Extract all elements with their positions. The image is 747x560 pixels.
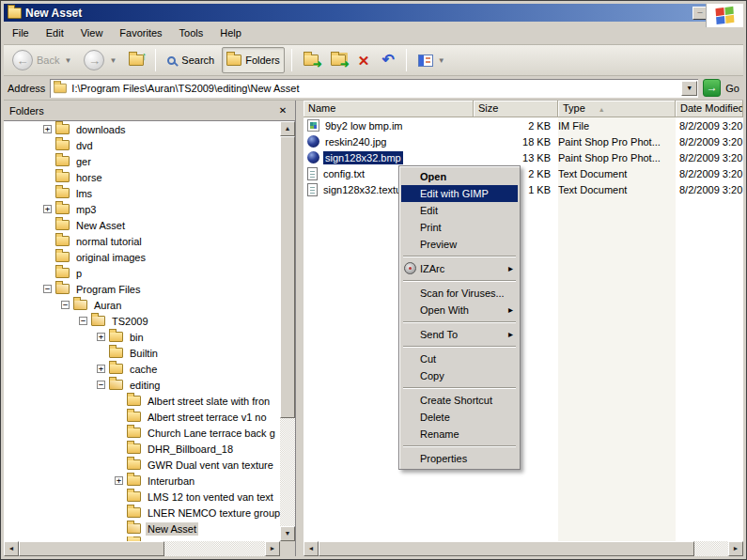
- delete-button[interactable]: ✕: [353, 47, 375, 73]
- context-menu-item[interactable]: Copy: [401, 367, 518, 384]
- tree-expander-icon[interactable]: −: [43, 285, 52, 293]
- context-menu-item[interactable]: Properties: [401, 450, 518, 467]
- tree-item[interactable]: GWR Dual vent van texture: [4, 457, 280, 473]
- tree-item[interactable]: + downloads: [4, 121, 280, 137]
- address-dropdown-icon[interactable]: ▼: [681, 81, 697, 96]
- context-menu-item[interactable]: Edit with GIMP: [401, 185, 518, 202]
- scroll-left-icon[interactable]: ◄: [4, 541, 19, 556]
- tree-item[interactable]: Church Lane terrace back g: [4, 425, 280, 441]
- context-menu-item[interactable]: [403, 321, 516, 323]
- menu-bar-item[interactable]: Tools: [171, 24, 212, 41]
- context-menu-item[interactable]: [403, 280, 516, 282]
- tree-item[interactable]: − TS2009: [4, 313, 280, 329]
- go-icon[interactable]: →: [703, 79, 721, 97]
- context-menu-item[interactable]: Edit: [401, 202, 518, 219]
- tree-expander-icon[interactable]: −: [79, 317, 87, 325]
- tree-expander-icon[interactable]: −: [97, 381, 105, 389]
- tree-item[interactable]: − editing: [4, 377, 280, 393]
- tree-item[interactable]: + cache: [4, 361, 280, 377]
- tree-expander-icon[interactable]: −: [61, 301, 70, 309]
- table-row[interactable]: reskin240.jpg 18 KB Paint Shop Pro Phot.…: [303, 133, 743, 149]
- tree-expander-icon[interactable]: +: [115, 476, 123, 485]
- scroll-up-icon[interactable]: ▲: [280, 121, 295, 136]
- table-row[interactable]: sign128x32.textu 1 KB Text Document 8/2/…: [303, 181, 743, 197]
- tree-item[interactable]: Albert street terrace v1 no: [4, 409, 280, 425]
- context-menu-item[interactable]: IZArc: [401, 260, 518, 277]
- tree-item[interactable]: − Program Files: [4, 281, 280, 297]
- search-button[interactable]: Search: [163, 47, 219, 73]
- undo-button[interactable]: ↶: [377, 47, 398, 73]
- context-menu-item[interactable]: Delete: [401, 409, 518, 426]
- tree-item[interactable]: ger: [4, 153, 280, 169]
- column-header[interactable]: Size: [474, 101, 558, 117]
- context-menu-item[interactable]: [403, 445, 516, 447]
- tree-item[interactable]: LNER NEMCO texture group: [4, 505, 280, 521]
- views-dropdown-icon[interactable]: ▼: [438, 56, 445, 65]
- move-to-button[interactable]: ➜: [299, 47, 323, 73]
- views-button[interactable]: ▼: [413, 47, 450, 73]
- tree-item[interactable]: original images: [4, 249, 280, 265]
- context-menu-item[interactable]: Create Shortcut: [401, 392, 518, 409]
- list-hscroll-thumb[interactable]: [319, 541, 694, 556]
- tree-item[interactable]: p: [4, 265, 280, 281]
- tree-item[interactable]: Builtin: [4, 345, 280, 361]
- back-dropdown-icon[interactable]: ▼: [64, 56, 71, 65]
- menu-bar-item[interactable]: Help: [211, 24, 250, 41]
- column-header[interactable]: Name: [303, 101, 474, 117]
- tree-vertical-scrollbar[interactable]: ▲ ▼: [280, 121, 295, 541]
- address-input[interactable]: I:\Program Files\Auran\TS2009\editing\Ne…: [71, 83, 677, 94]
- tree-expander-icon[interactable]: +: [43, 205, 52, 213]
- tree-item[interactable]: horse: [4, 169, 280, 185]
- tree-item[interactable]: LMS 12 ton vented van text: [4, 489, 280, 505]
- menu-bar-item[interactable]: Edit: [38, 24, 72, 41]
- menu-bar-item[interactable]: Favorites: [111, 24, 170, 41]
- tree-item[interactable]: lms: [4, 185, 280, 201]
- tree-vscroll-thumb[interactable]: [280, 136, 295, 418]
- tree-item[interactable]: Albert street slate with fron: [4, 393, 280, 409]
- tree-item[interactable]: + bin: [4, 329, 280, 345]
- tree-item[interactable]: New Asset: [4, 521, 280, 537]
- back-button[interactable]: ← Back ▼: [8, 47, 76, 73]
- context-menu-item[interactable]: [403, 387, 516, 389]
- up-button[interactable]: ↑: [124, 47, 148, 73]
- tree-item[interactable]: + Interurban: [4, 473, 280, 489]
- table-row[interactable]: config.txt 2 KB Text Document 8/2/2009 3…: [303, 165, 743, 181]
- tree-expander-icon[interactable]: +: [43, 125, 52, 133]
- context-menu-item[interactable]: Open: [401, 168, 518, 185]
- tree-item[interactable]: New Asset: [4, 217, 280, 233]
- scroll-down-icon[interactable]: ▼: [280, 526, 295, 541]
- folders-button[interactable]: Folders: [222, 47, 285, 73]
- context-menu-item[interactable]: [403, 346, 516, 348]
- forward-button[interactable]: → ▼: [79, 47, 121, 73]
- list-horizontal-scrollbar[interactable]: ◄ ►: [303, 541, 743, 556]
- tree-hscroll-thumb[interactable]: [19, 541, 164, 556]
- tree-item[interactable]: dvd: [4, 137, 280, 153]
- scroll-left-icon[interactable]: ◄: [303, 541, 319, 556]
- title-bar[interactable]: New Asset: [4, 4, 743, 22]
- table-row[interactable]: sign128x32.bmp 13 KB Paint Shop Pro Phot…: [303, 149, 743, 165]
- column-header[interactable]: Type▲: [558, 101, 676, 117]
- context-menu-item[interactable]: Open With: [401, 302, 518, 319]
- tree-item[interactable]: [4, 537, 280, 541]
- tree-expander-icon[interactable]: +: [97, 333, 105, 341]
- context-menu-item[interactable]: Rename: [401, 426, 518, 443]
- context-menu-item[interactable]: Print: [401, 219, 518, 236]
- forward-dropdown-icon[interactable]: ▼: [109, 56, 117, 65]
- tree-horizontal-scrollbar[interactable]: ◄ ►: [4, 541, 280, 556]
- context-menu-item[interactable]: Scan for Viruses...: [401, 285, 518, 302]
- copy-to-button[interactable]: ➜: [326, 47, 350, 73]
- tree-item[interactable]: normal tutorial: [4, 233, 280, 249]
- close-panel-icon[interactable]: ✕: [276, 104, 289, 117]
- address-combo[interactable]: I:\Program Files\Auran\TS2009\editing\Ne…: [50, 79, 698, 98]
- scroll-right-icon[interactable]: ►: [265, 541, 280, 556]
- context-menu-item[interactable]: Preview: [401, 236, 518, 253]
- table-row[interactable]: 9by2 low bmp.im 2 KB IM File 8/2/2009 3:…: [303, 117, 743, 133]
- tree-item[interactable]: + mp3: [4, 201, 280, 217]
- tree-expander-icon[interactable]: +: [97, 365, 105, 373]
- context-menu-item[interactable]: Cut: [401, 350, 518, 367]
- context-menu-item[interactable]: [403, 256, 516, 257]
- menu-bar-item[interactable]: View: [72, 24, 112, 41]
- context-menu-item[interactable]: Send To: [401, 326, 518, 343]
- scroll-right-icon[interactable]: ►: [728, 541, 743, 556]
- menu-bar-item[interactable]: File: [4, 24, 38, 41]
